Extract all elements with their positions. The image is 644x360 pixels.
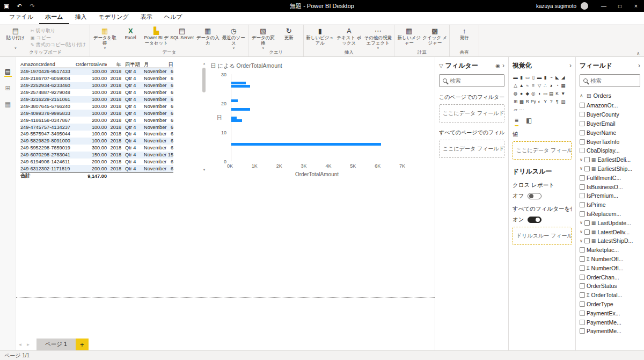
account-name[interactable]: kazuya sugimoto: [536, 3, 576, 9]
field-checkbox[interactable]: [580, 256, 585, 262]
visual-type-icon[interactable]: ⋯: [518, 105, 524, 113]
field-checkbox[interactable]: [584, 238, 590, 243]
visual-type-icon[interactable]: ▭: [542, 89, 548, 97]
ribbon-button[interactable]: ▩ クイック メジャー: [422, 26, 448, 49]
field-item[interactable]: BuyerCounty: [580, 110, 640, 119]
table-row[interactable]: 249-5829829-8091000 100.00 2018 Qtr 4 No…: [20, 138, 173, 145]
field-item[interactable]: BuyerEmail: [580, 119, 640, 128]
table-row[interactable]: 249-4186158-0347867 200.00 2018 Qtr 4 No…: [20, 117, 173, 124]
column-header[interactable]: AmazonOrderId: [20, 62, 76, 67]
field-item[interactable]: OrderStatus: [580, 282, 640, 291]
collapse-fields-icon[interactable]: ›: [638, 62, 640, 69]
fields-tab-icon[interactable]: ≡: [515, 117, 518, 126]
minimize-button[interactable]: —: [596, 0, 612, 12]
expand-hierarchy-icon[interactable]: ∨: [580, 166, 583, 171]
field-checkbox[interactable]: [580, 320, 585, 325]
orders-table-row[interactable]: ∧ ⊞ Orders: [580, 92, 640, 99]
field-checkbox[interactable]: [580, 175, 585, 181]
field-item[interactable]: IsBusinessO...: [580, 182, 640, 191]
visual-type-icon[interactable]: ◢: [560, 73, 566, 81]
table-row[interactable]: 249-2186707-6059004 100.00 2018 Qtr 4 No…: [20, 75, 173, 82]
visual-type-icon[interactable]: △: [513, 81, 518, 89]
table-row[interactable]: 249-4745757-4134237 100.00 2018 Qtr 4 No…: [20, 124, 173, 131]
field-checkbox[interactable]: [580, 311, 585, 316]
cross-report-toggle[interactable]: [528, 193, 541, 199]
expand-hierarchy-icon[interactable]: ∨: [580, 229, 583, 234]
filter-search-input[interactable]: [450, 77, 501, 84]
visual-type-icon[interactable]: ◔: [554, 81, 560, 89]
values-dropzone[interactable]: ここにデータ フィールド...: [513, 141, 572, 160]
visual-type-icon[interactable]: ▲: [518, 81, 524, 89]
visual-type-icon[interactable]: ◣: [554, 73, 560, 81]
visual-type-icon[interactable]: ?: [548, 97, 554, 105]
maximize-button[interactable]: □: [612, 0, 628, 12]
add-page-button[interactable]: +: [76, 339, 89, 350]
field-item[interactable]: FulfillmentC...: [580, 173, 640, 182]
ribbon-button[interactable]: ▦ データを取得 ∨: [92, 26, 118, 49]
chart-bar[interactable]: [231, 143, 381, 146]
tab-file[interactable]: ファイル: [3, 11, 39, 24]
column-header[interactable]: 年: [107, 61, 121, 68]
scroll-up-icon[interactable]: ▲: [202, 61, 207, 66]
field-item[interactable]: CbaDisplay...: [580, 146, 640, 155]
visual-type-icon[interactable]: ▩: [518, 97, 524, 105]
visual-type-icon[interactable]: ▱: [513, 105, 518, 113]
visual-type-icon[interactable]: ▦: [560, 81, 566, 89]
field-checkbox[interactable]: [580, 247, 585, 253]
field-checkbox[interactable]: [580, 265, 585, 271]
field-checkbox[interactable]: [580, 184, 585, 190]
visual-type-icon[interactable]: ▥: [560, 97, 566, 105]
ribbon-button[interactable]: ▙ Power BI データセット: [143, 26, 169, 49]
visual-type-icon[interactable]: ∴: [542, 81, 548, 89]
field-item[interactable]: OrderChan...: [580, 272, 640, 282]
visual-type-icon[interactable]: ◖: [536, 89, 542, 97]
visual-type-icon[interactable]: K: [554, 89, 560, 97]
field-item[interactable]: BuyerName: [580, 128, 640, 137]
format-tab-icon[interactable]: ◧: [526, 117, 532, 126]
field-checkbox[interactable]: [580, 292, 585, 298]
field-checkbox[interactable]: [580, 103, 585, 108]
field-checkbox[interactable]: [584, 220, 590, 226]
model-view-button[interactable]: ▦: [3, 99, 13, 110]
scrollbar-track[interactable]: [202, 66, 207, 168]
field-checkbox[interactable]: [584, 166, 590, 171]
field-item[interactable]: IsPrime: [580, 200, 640, 210]
field-item[interactable]: Σ NumberOfI...: [580, 255, 640, 264]
page-filter-dropzone[interactable]: ここにデータ フィールド...: [439, 104, 504, 123]
table-row[interactable]: 249-5575947-3495044 100.00 2018 Qtr 4 No…: [20, 131, 173, 138]
visual-type-icon[interactable]: ¶: [554, 97, 560, 105]
close-button[interactable]: ×: [628, 0, 644, 12]
field-item[interactable]: ∨ ▦ EarliestShip...: [580, 164, 640, 174]
scroll-down-icon[interactable]: ▼: [202, 168, 207, 172]
visual-type-icon[interactable]: ●: [518, 89, 524, 97]
field-checkbox[interactable]: [584, 157, 590, 162]
ribbon-button[interactable]: ▧ データの変換 ∨: [250, 26, 276, 49]
report-view-button[interactable]: ▤: [3, 67, 13, 77]
ribbon-button[interactable]: ▤ SQL Server: [169, 26, 195, 49]
visual-type-icon[interactable]: ◎: [530, 89, 536, 97]
visual-type-icon[interactable]: ◍: [513, 89, 518, 97]
chart-bar[interactable]: [231, 85, 250, 88]
visual-type-icon[interactable]: Py: [530, 97, 536, 105]
ribbon-button[interactable]: ▮ 新しいビジュアル: [305, 26, 334, 49]
report-canvas[interactable]: AmazonOrderId OrderTotalAmount 年 四半期 月 日…: [16, 57, 435, 339]
avatar[interactable]: [581, 2, 588, 10]
visual-type-icon[interactable]: Y: [542, 97, 548, 105]
ribbon-button[interactable]: X Excel: [118, 26, 143, 49]
visual-type-icon[interactable]: ▮: [518, 73, 524, 81]
table-row[interactable]: 249-6070298-2783041 150.00 2018 Qtr 4 No…: [20, 152, 173, 159]
visual-type-icon[interactable]: ≡: [530, 81, 536, 89]
chart-bar[interactable]: [231, 119, 242, 122]
page-tab[interactable]: ページ 1: [36, 339, 76, 350]
scrollbar-thumb[interactable]: [202, 68, 206, 92]
table-scrollbar[interactable]: ▲ ▼: [202, 61, 207, 172]
undo-button[interactable]: ↶: [13, 0, 26, 12]
data-view-button[interactable]: ⊞: [3, 83, 13, 93]
field-checkbox[interactable]: [580, 328, 585, 334]
visual-type-icon[interactable]: ▤: [548, 89, 554, 97]
tab-home[interactable]: ホーム: [39, 11, 69, 24]
all-pages-filter-dropzone[interactable]: ここにデータ フィールド...: [439, 140, 504, 158]
visual-type-icon[interactable]: ◆: [524, 89, 530, 97]
drillthrough-dropzone[interactable]: ドリルスルー フィールド...: [513, 227, 572, 245]
table-row[interactable]: 249-4099378-9995833 100.00 2018 Qtr 4 No…: [20, 110, 173, 117]
